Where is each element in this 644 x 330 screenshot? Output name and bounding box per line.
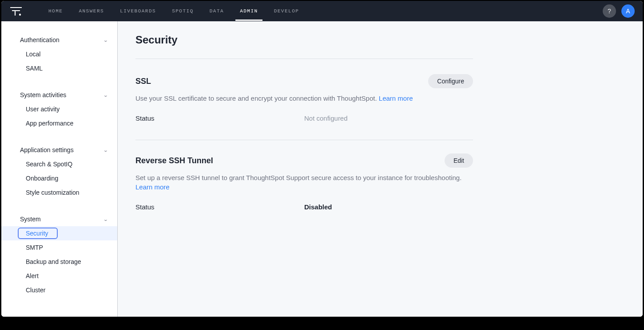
sidebar-item-search-spotiq[interactable]: Search & SpotIQ — [1, 157, 117, 171]
body: Authentication⌄LocalSAMLSystem activitie… — [1, 21, 643, 317]
logo-icon[interactable] — [9, 6, 23, 16]
sidebar-item-app-performance[interactable]: App performance — [1, 116, 117, 130]
app-window: HOMEANSWERSLIVEBOARDSSPOTIQDATAADMINDEVE… — [1, 1, 643, 317]
sidebar-group-header[interactable]: Authentication⌄ — [1, 33, 117, 47]
sidebar: Authentication⌄LocalSAMLSystem activitie… — [1, 21, 118, 317]
sidebar-item-alert[interactable]: Alert — [1, 269, 117, 283]
section-head: SSLConfigure — [135, 74, 473, 88]
topbar: HOMEANSWERSLIVEBOARDSSPOTIQDATAADMINDEVE… — [1, 1, 643, 21]
topbar-left: HOMEANSWERSLIVEBOARDSSPOTIQDATAADMINDEVE… — [9, 1, 299, 21]
chevron-down-icon: ⌄ — [103, 93, 108, 98]
avatar[interactable]: A — [621, 4, 635, 18]
status-row: StatusDisabled — [135, 203, 473, 211]
learn-more-link[interactable]: Learn more — [379, 94, 413, 102]
sidebar-group-label: Application settings — [20, 146, 74, 153]
page-title: Security — [135, 34, 473, 46]
sidebar-group-label: Authentication — [20, 36, 60, 43]
sidebar-group-label: System activities — [20, 91, 66, 98]
sidebar-item-security[interactable]: Security — [1, 226, 117, 240]
nav-item-admin[interactable]: ADMIN — [240, 1, 258, 21]
section-title: SSL — [135, 77, 151, 86]
sidebar-group-label: System — [20, 216, 41, 223]
sidebar-item-backup-and-storage[interactable]: Backup and storage — [1, 255, 117, 269]
sidebar-item-onboarding[interactable]: Onboarding — [1, 171, 117, 185]
configure-button[interactable]: Configure — [428, 74, 473, 88]
status-label: Status — [135, 114, 304, 122]
section-title: Reverse SSH Tunnel — [135, 156, 213, 165]
sidebar-item-user-activity[interactable]: User activity — [1, 102, 117, 116]
edit-button[interactable]: Edit — [445, 153, 473, 168]
chevron-down-icon: ⌄ — [103, 217, 108, 222]
topbar-right: ? A — [603, 4, 635, 18]
nav-item-liveboards[interactable]: LIVEBOARDS — [120, 1, 156, 21]
sidebar-group-header[interactable]: Application settings⌄ — [1, 143, 117, 157]
main-content: Security SSLConfigureUse your SSL certif… — [118, 21, 643, 317]
status-label: Status — [135, 203, 304, 211]
section-reverse-ssh-tunnel: Reverse SSH TunnelEditSet up a reverse S… — [135, 153, 473, 211]
desc-text: Set up a reverse SSH tunnel to grant Tho… — [135, 174, 461, 181]
sidebar-item-style-customization[interactable]: Style customization — [1, 185, 117, 200]
learn-more-link[interactable]: Learn more — [135, 183, 170, 191]
svg-point-3 — [19, 14, 21, 16]
help-button[interactable]: ? — [603, 4, 616, 18]
active-highlight — [18, 228, 58, 239]
section-description: Use your SSL certificate to secure and e… — [135, 94, 473, 103]
sidebar-item-cluster[interactable]: Cluster — [1, 283, 117, 297]
nav-item-data[interactable]: DATA — [210, 1, 224, 21]
status-row: StatusNot configured — [135, 114, 473, 122]
sidebar-item-local[interactable]: Local — [1, 47, 117, 61]
divider — [135, 140, 473, 140]
status-value: Disabled — [304, 203, 332, 211]
nav-item-spotiq[interactable]: SPOTIQ — [172, 1, 194, 21]
divider — [135, 59, 473, 59]
desc-text: Use your SSL certificate to secure and e… — [135, 94, 379, 102]
nav-item-home[interactable]: HOME — [48, 1, 63, 21]
sidebar-item-saml[interactable]: SAML — [1, 61, 117, 75]
section-ssl: SSLConfigureUse your SSL certificate to … — [135, 74, 473, 122]
status-value: Not configured — [304, 114, 348, 122]
content-wrap: Security SSLConfigureUse your SSL certif… — [135, 34, 473, 211]
nav-item-answers[interactable]: ANSWERS — [79, 1, 104, 21]
top-nav: HOMEANSWERSLIVEBOARDSSPOTIQDATAADMINDEVE… — [48, 1, 299, 21]
sidebar-group-header[interactable]: System⌄ — [1, 212, 117, 226]
nav-item-develop[interactable]: DEVELOP — [274, 1, 299, 21]
sidebar-group-header[interactable]: System activities⌄ — [1, 88, 117, 102]
sidebar-item-smtp[interactable]: SMTP — [1, 240, 117, 255]
section-description: Set up a reverse SSH tunnel to grant Tho… — [135, 173, 473, 192]
section-head: Reverse SSH TunnelEdit — [135, 153, 473, 168]
chevron-down-icon: ⌄ — [103, 148, 108, 153]
chevron-down-icon: ⌄ — [103, 38, 108, 43]
